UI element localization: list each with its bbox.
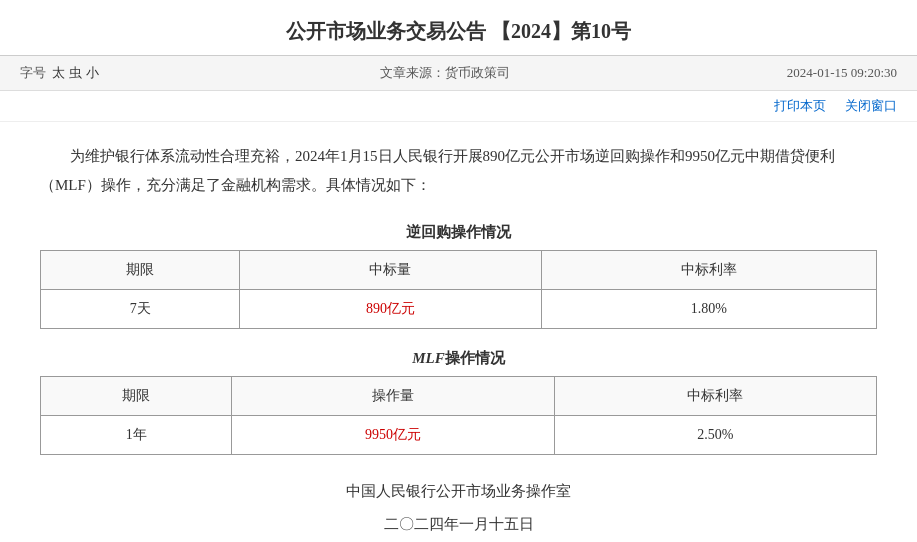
intro-paragraph: 为维护银行体系流动性合理充裕，2024年1月15日人民银行开展890亿元公开市场… (40, 142, 877, 199)
mlf-col-amount: 操作量 (232, 377, 554, 416)
font-size-label: 字号 (20, 64, 46, 82)
reverse-repo-section: 逆回购操作情况 期限 中标量 中标利率 7天 890亿元 1.80% (40, 223, 877, 329)
mlf-col-term: 期限 (41, 377, 232, 416)
datetime: 2024-01-15 09:20:30 (787, 65, 897, 81)
mlf-table: 期限 操作量 中标利率 1年 9950亿元 2.50% (40, 376, 877, 455)
reverse-repo-title: 逆回购操作情况 (40, 223, 877, 242)
footer-date: 二〇二四年一月十五日 (40, 508, 877, 541)
mlf-rate: 2.50% (554, 416, 876, 455)
page-title: 公开市场业务交易公告 【2024】第10号 (0, 0, 917, 56)
reverse-repo-col-amount: 中标量 (240, 251, 541, 290)
toolbar: 字号 太 虫 小 文章来源：货币政策司 2024-01-15 09:20:30 (0, 56, 917, 91)
footer: 中国人民银行公开市场业务操作室 二〇二四年一月十五日 (40, 475, 877, 541)
reverse-repo-rate: 1.80% (541, 290, 876, 329)
mlf-section: MLF操作情况 期限 操作量 中标利率 1年 9950亿元 2.50% (40, 349, 877, 455)
font-small-button[interactable]: 小 (86, 64, 99, 82)
reverse-repo-col-rate: 中标利率 (541, 251, 876, 290)
mlf-term: 1年 (41, 416, 232, 455)
footer-org: 中国人民银行公开市场业务操作室 (40, 475, 877, 508)
mlf-abbr: MLF (412, 350, 445, 366)
mlf-title: MLF操作情况 (40, 349, 877, 368)
source-label: 文章来源： (380, 65, 445, 80)
mlf-title-suffix: 操作情况 (445, 350, 505, 366)
mlf-col-rate: 中标利率 (554, 377, 876, 416)
main-content: 为维护银行体系流动性合理充裕，2024年1月15日人民银行开展890亿元公开市场… (0, 122, 917, 542)
reverse-repo-table: 期限 中标量 中标利率 7天 890亿元 1.80% (40, 250, 877, 329)
reverse-repo-amount: 890亿元 (240, 290, 541, 329)
mlf-amount: 9950亿元 (232, 416, 554, 455)
source-name: 货币政策司 (445, 65, 510, 80)
font-large-button[interactable]: 太 (52, 64, 65, 82)
actions-bar: 打印本页 关闭窗口 (0, 91, 917, 122)
reverse-repo-col-term: 期限 (41, 251, 240, 290)
print-button[interactable]: 打印本页 (774, 98, 826, 113)
source-area: 文章来源：货币政策司 (103, 64, 787, 82)
font-medium-button[interactable]: 虫 (69, 64, 82, 82)
close-button[interactable]: 关闭窗口 (845, 98, 897, 113)
reverse-repo-term: 7天 (41, 290, 240, 329)
table-row: 1年 9950亿元 2.50% (41, 416, 877, 455)
table-row: 7天 890亿元 1.80% (41, 290, 877, 329)
